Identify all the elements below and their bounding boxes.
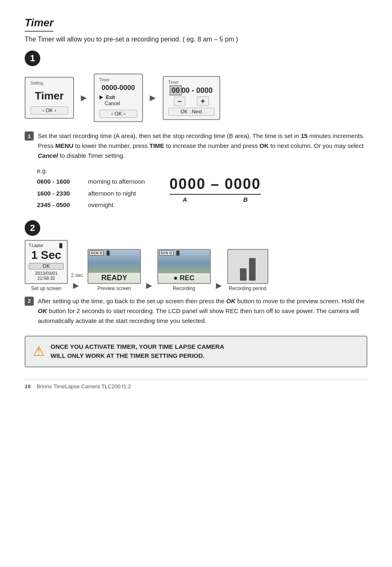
arrow3: ► bbox=[71, 280, 81, 291]
diagram1-box2-ok: OK bbox=[115, 111, 122, 117]
diagram2-box3: SCN D ▐▌ ● REC bbox=[157, 249, 211, 284]
step2-badge: 2 bbox=[25, 297, 34, 306]
cam-time: 22:58:32 bbox=[29, 276, 64, 281]
diagram1-box3-label: Timer bbox=[168, 80, 214, 85]
warning-text: ONCE YOU ACTIVATE TIMER, YOUR TIME LAPSE… bbox=[51, 342, 224, 361]
step2-text: After setting up the time, go back to th… bbox=[38, 296, 367, 326]
arrow2: ► bbox=[148, 92, 158, 104]
examples-section: e.g. 0600 - 1600 morning to afternoon 16… bbox=[37, 167, 367, 211]
diagram2-box4 bbox=[227, 249, 268, 284]
cam-label-under-2: Preview screen bbox=[88, 286, 141, 291]
ex-desc-2: afternoon to night bbox=[88, 190, 136, 197]
step2-desc: 2 After setting up the time, go back to … bbox=[25, 296, 367, 326]
diagram1-box2-label: Timer bbox=[99, 78, 137, 82]
example-row-2: 1600 - 2330 afternoon to night bbox=[37, 188, 145, 200]
diagram2-box3-wrap: SCN D ▐▌ ● REC Recording bbox=[157, 249, 211, 291]
page-title: Timer bbox=[25, 16, 53, 32]
ex-desc-3: overnight bbox=[88, 201, 113, 208]
tlapse-label: T.Lapse bbox=[29, 243, 43, 248]
cam-top: T.Lapse ▐▌ bbox=[29, 243, 64, 248]
arrow1: ► bbox=[79, 92, 89, 104]
minus-button[interactable]: – bbox=[174, 97, 185, 106]
ex-desc-1: morning to afternoon bbox=[88, 178, 145, 185]
diagram1-box2: Timer 0000-0000 Exit Cancel ‹ OK › bbox=[94, 74, 143, 122]
subtitle: The Timer will allow you to pre-set a re… bbox=[25, 36, 367, 43]
arrow5: ► bbox=[214, 280, 224, 291]
plus-button[interactable]: + bbox=[197, 97, 209, 106]
diagram2-row: T.Lapse ▐▌ 1 Sec OK 2013/03/01 22:58:32 … bbox=[25, 240, 367, 291]
ex-time-2: 1600 - 2330 bbox=[37, 188, 86, 200]
battery-icon-3: ▐▌ bbox=[175, 251, 181, 256]
eg-label: e.g. bbox=[37, 167, 145, 174]
scnd-badge-2: SCN D bbox=[159, 251, 173, 256]
examples-table: 0600 - 1600 morning to afternoon 1600 - … bbox=[37, 176, 145, 211]
ex-time-1: 0600 - 1600 bbox=[37, 176, 86, 188]
time-label-a: A bbox=[183, 196, 187, 203]
cam-ok: OK bbox=[29, 263, 64, 270]
cam-label-under-3: Recording bbox=[157, 286, 211, 291]
chevron-right-2: › bbox=[123, 111, 125, 117]
time-display-block: 0000 – 0000 A – B bbox=[170, 175, 261, 203]
chevron-left-2: ‹ bbox=[111, 111, 113, 117]
diagram1-box1-ok: OK bbox=[46, 108, 53, 113]
diagram1-box2-ok-row: ‹ OK › bbox=[99, 110, 137, 118]
diagram1-box2-item2: Cancel bbox=[99, 101, 137, 106]
timer-highlighted-digits: 00 bbox=[170, 85, 181, 95]
warning-box: ⚠ ONCE YOU ACTIVATE TIMER, YOUR TIME LAP… bbox=[25, 336, 367, 367]
diagram1-box3: Timer 0000 - 0000 – + OK : Next bbox=[163, 76, 220, 120]
two-sec-label: 2 sec. bbox=[71, 272, 84, 278]
diagram1-box1-main: Timer bbox=[30, 90, 68, 102]
diagram2-box4-wrap: Recording period bbox=[227, 249, 268, 291]
example-row-1: 0600 - 1600 morning to afternoon bbox=[37, 176, 145, 188]
rec-top-icons: SCN D ▐▌ bbox=[159, 251, 181, 256]
rec-label: ● REC bbox=[158, 273, 210, 283]
diagram2-box2-wrap: SCN D ▐▌ READY Preview screen bbox=[88, 249, 141, 291]
period-bar-tall bbox=[249, 258, 256, 281]
ready-label: READY bbox=[88, 273, 140, 283]
step1-text: Set the start recording time (A area), t… bbox=[38, 131, 367, 161]
step1-desc: 1 Set the start recording time (A area),… bbox=[25, 131, 367, 161]
diagram1-minus-plus: – + bbox=[168, 97, 214, 106]
diagram1-box2-value: 0000-0000 bbox=[99, 84, 137, 92]
diagram1-row: Setting Timer ‹ OK › ► Timer 0000-0000 E… bbox=[25, 74, 367, 122]
diagram2-box1: T.Lapse ▐▌ 1 Sec OK 2013/03/01 22:58:32 bbox=[25, 240, 68, 284]
warning-line1: ONCE YOU ACTIVATE TIMER, YOUR TIME LAPSE… bbox=[51, 342, 224, 352]
chevron-right-1: › bbox=[55, 108, 56, 113]
footer-brand: Brinno TimeLapse Camera TLC200 f1.2 bbox=[37, 383, 131, 390]
step2-circle: 2 bbox=[25, 220, 40, 236]
warning-icon: ⚠ bbox=[33, 343, 45, 359]
chevron-left-1: ‹ bbox=[42, 108, 44, 113]
cam-label-under-4: Recording period bbox=[227, 286, 268, 291]
arrow4: ► bbox=[144, 280, 154, 291]
period-bar-short bbox=[240, 268, 247, 281]
battery-icon: ▐▌ bbox=[58, 243, 64, 248]
time-display: 0000 – 0000 bbox=[170, 175, 261, 193]
battery-icon-2: ▐▌ bbox=[105, 251, 111, 256]
scnd-badge-1: SCN D bbox=[90, 251, 104, 256]
diagram1-box2-item1: Exit bbox=[99, 94, 137, 100]
step1-circle: 1 bbox=[25, 51, 40, 66]
ex-time-3: 2345 - 0500 bbox=[37, 199, 86, 211]
time-label-b: B bbox=[243, 196, 248, 203]
cam-label-under-1: Set up screen bbox=[25, 286, 68, 291]
step1-badge: 1 bbox=[25, 131, 34, 141]
diagram2-box1-wrap: T.Lapse ▐▌ 1 Sec OK 2013/03/01 22:58:32 … bbox=[25, 240, 68, 291]
diagram1-box1: Setting Timer ‹ OK › bbox=[25, 77, 74, 119]
footer-page: 16 bbox=[25, 383, 30, 390]
diagram1-box3-value: 0000 - 0000 bbox=[168, 86, 214, 95]
cam-main-label: 1 Sec bbox=[29, 249, 64, 262]
ok-next-label: OK : Next bbox=[168, 108, 214, 116]
diagram1-box1-label: Setting bbox=[30, 81, 68, 85]
footer: 16 Brinno TimeLapse Camera TLC200 f1.2 bbox=[25, 380, 367, 390]
diagram2-box2: SCN D ▐▌ READY bbox=[88, 249, 141, 284]
cam-date: 2013/03/01 bbox=[29, 271, 64, 276]
example-row-3: 2345 - 0500 overnight bbox=[37, 199, 145, 211]
preview-top-icons: SCN D ▐▌ bbox=[90, 251, 111, 256]
warning-line2: WILL ONLY WORK AT THE TIMER SETTING PERI… bbox=[51, 351, 224, 361]
diagram1-box1-ok-row: ‹ OK › bbox=[30, 106, 68, 115]
